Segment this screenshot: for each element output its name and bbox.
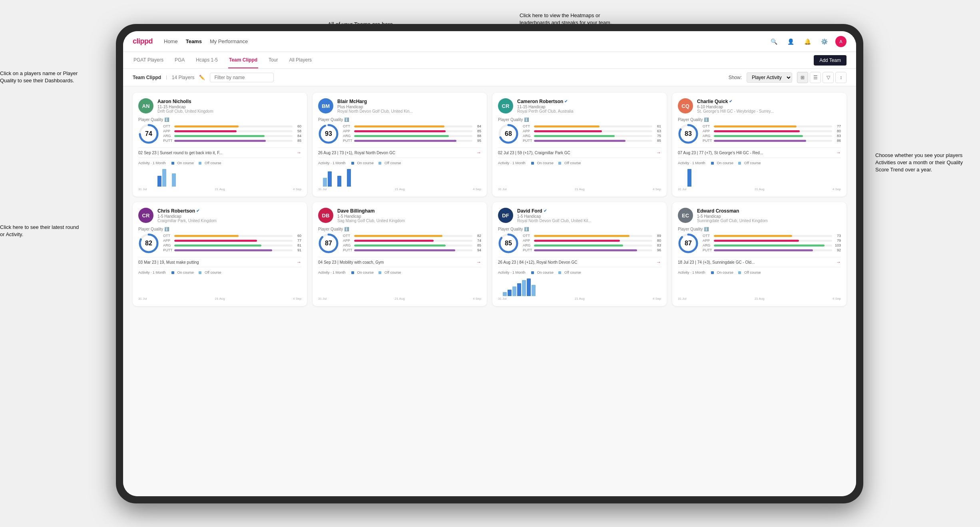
stat-bar-fill	[714, 249, 813, 251]
player-card[interactable]: CR Chris Robertson✔ 1-5 Handicap Craigmi…	[133, 202, 307, 306]
player-card[interactable]: CR Cameron Robertson✔ 11-15 Handicap Roy…	[492, 93, 667, 197]
stat-label: OTT	[163, 124, 173, 128]
latest-activity[interactable]: 04 Sep 23 | Mobility with coach, Gym →	[318, 257, 481, 267]
player-card[interactable]: AN Aaron Nicholls 11-15 Handicap Drift G…	[133, 93, 307, 197]
settings-icon[interactable]: ⚙️	[819, 36, 830, 47]
grid-view-button[interactable]: ⊞	[797, 72, 808, 83]
player-club: St. George's Hill GC - Weybridge - Surre…	[697, 109, 841, 113]
search-icon[interactable]: 🔍	[768, 36, 779, 47]
add-team-button[interactable]: Add Team	[814, 55, 847, 66]
chart-bar	[323, 178, 327, 187]
x-label: 21 Aug	[575, 187, 585, 191]
player-name[interactable]: Dave Billingham	[337, 208, 481, 214]
chart-bar	[517, 283, 521, 296]
edit-icon[interactable]: ✏️	[199, 75, 205, 80]
quality-label: Player Quality ℹ️	[498, 227, 661, 231]
nav-my-performance[interactable]: My Performance	[210, 37, 248, 46]
player-name[interactable]: Aaron Nicholls	[157, 99, 301, 104]
stat-label: APP	[703, 239, 712, 243]
stat-bar-bg	[354, 249, 472, 251]
quality-circle: 74	[138, 123, 159, 144]
mini-chart	[138, 167, 301, 187]
x-label: 21 Aug	[215, 297, 225, 300]
player-handicap: 1-5 Handicap	[697, 214, 841, 219]
player-card[interactable]: DF David Ford✔ 1-5 Handicap Royal North …	[492, 202, 667, 306]
stats-bars: OTT 73 APP 79 ARG 103 P	[703, 234, 841, 253]
player-handicap: 6-10 Handicap	[697, 105, 841, 109]
player-grid: AN Aaron Nicholls 11-15 Handicap Drift G…	[133, 93, 847, 306]
latest-activity[interactable]: 03 Mar 23 | 19, Must make putting →	[138, 257, 301, 267]
annotation-latest-round: Click here to see their latest round or …	[0, 224, 84, 238]
x-label: 4 Sep	[653, 187, 661, 191]
player-name[interactable]: David Ford✔	[517, 208, 661, 214]
stat-label: ARG	[703, 243, 712, 247]
player-name[interactable]: Charlie Quick✔	[697, 99, 841, 104]
filter-input[interactable]	[210, 73, 274, 82]
player-handicap: 1-5 Handicap	[337, 214, 481, 219]
tab-hcaps[interactable]: Hcaps 1-5	[195, 52, 219, 68]
nav-teams[interactable]: Teams	[186, 37, 202, 46]
latest-activity[interactable]: 02 Jul 23 | 59 (+17), Craigmillar Park G…	[498, 147, 661, 158]
quality-section[interactable]: 83 OTT 77 APP 80 ARG	[678, 123, 841, 144]
tab-all-players[interactable]: All Players	[288, 52, 313, 68]
stat-row: ARG 75	[523, 134, 661, 138]
player-name[interactable]: Blair McHarg	[337, 99, 481, 104]
stat-bar-fill	[174, 135, 265, 137]
player-card[interactable]: EC Edward Crossman 1-5 Handicap Sunningd…	[672, 202, 847, 306]
quality-section[interactable]: 93 OTT 84 APP 85 ARG	[318, 123, 481, 144]
stat-label: APP	[163, 129, 173, 133]
stat-bar-fill	[714, 130, 800, 132]
latest-activity[interactable]: 18 Jul 23 | 74 (+3), Sunningdale GC - Ol…	[678, 257, 841, 267]
profile-icon[interactable]: 👤	[785, 36, 796, 47]
stat-bar-fill	[534, 140, 625, 142]
quality-section[interactable]: 68 OTT 61 APP 63 ARG	[498, 123, 661, 144]
stats-bars: OTT 60 APP 58 ARG 84 PU	[163, 124, 301, 143]
quality-section[interactable]: 82 OTT 60 APP 77 ARG	[138, 233, 301, 254]
latest-text: 26 Aug 23 | 73 (+1), Royal North Devon G…	[318, 151, 476, 155]
player-name[interactable]: Cameron Robertson✔	[517, 99, 661, 104]
sort-button[interactable]: ↕	[835, 72, 847, 83]
quality-section[interactable]: 74 OTT 60 APP 58 ARG	[138, 123, 301, 144]
x-label: 31 Jul	[138, 297, 147, 300]
stat-bar-bg	[534, 130, 652, 132]
quality-section[interactable]: 85 OTT 89 APP 80 ARG	[498, 233, 661, 254]
bell-icon[interactable]: 🔔	[802, 36, 813, 47]
stat-bar-bg	[534, 135, 652, 137]
off-course-legend	[378, 271, 381, 274]
filter-button[interactable]: ▽	[823, 72, 834, 83]
tab-pga[interactable]: PGA	[174, 52, 185, 68]
player-card[interactable]: DB Dave Billingham 1-5 Handicap Sag Main…	[313, 202, 487, 306]
quality-section[interactable]: 87 OTT 82 APP 74 ARG	[318, 233, 481, 254]
tab-tour[interactable]: Tour	[268, 52, 279, 68]
chart-period-label: Activity · 1 Month	[498, 161, 526, 165]
stat-row: OTT 73	[703, 234, 841, 238]
tab-pgat-players[interactable]: PGAT Players	[133, 52, 164, 68]
player-card[interactable]: CQ Charlie Quick✔ 6-10 Handicap St. Geor…	[672, 93, 847, 197]
stat-value: 82	[474, 234, 481, 238]
player-card[interactable]: BM Blair McHarg Plus Handicap Royal Nort…	[313, 93, 487, 197]
card-header: CR Cameron Robertson✔ 11-15 Handicap Roy…	[498, 98, 661, 113]
player-handicap: Plus Handicap	[337, 105, 481, 109]
latest-activity[interactable]: 26 Aug 23 | 84 (+12), Royal North Devon …	[498, 257, 661, 267]
latest-activity[interactable]: 02 Sep 23 | Sunset round to get back int…	[138, 147, 301, 158]
off-course-legend	[558, 271, 561, 274]
player-name[interactable]: Chris Robertson✔	[157, 208, 301, 214]
avatar[interactable]: A	[835, 36, 847, 47]
mini-chart-section: Activity · 1 Month On course Off course …	[498, 270, 661, 300]
quality-number: 83	[685, 130, 692, 137]
latest-activity[interactable]: 07 Aug 23 | 77 (+7), St George's Hill GC…	[678, 147, 841, 158]
show-select[interactable]: Player Activity	[747, 72, 792, 83]
player-club: Drift Golf Club, United Kingdom	[157, 109, 301, 113]
off-course-label: Off course	[744, 161, 761, 165]
chart-period-label: Activity · 1 Month	[318, 161, 346, 165]
stat-label: PUTT	[523, 248, 532, 252]
latest-activity[interactable]: 26 Aug 23 | 73 (+1), Royal North Devon G…	[318, 147, 481, 158]
player-info: Blair McHarg Plus Handicap Royal North D…	[337, 99, 481, 113]
player-name[interactable]: Edward Crossman	[697, 208, 841, 214]
tab-team-clippd[interactable]: Team Clippd	[228, 52, 258, 68]
arrow-icon: →	[656, 259, 661, 265]
list-view-button[interactable]: ☰	[810, 72, 821, 83]
quality-section[interactable]: 87 OTT 73 APP 79 ARG	[678, 233, 841, 254]
player-avatar: BM	[318, 98, 333, 113]
nav-home[interactable]: Home	[164, 37, 178, 46]
